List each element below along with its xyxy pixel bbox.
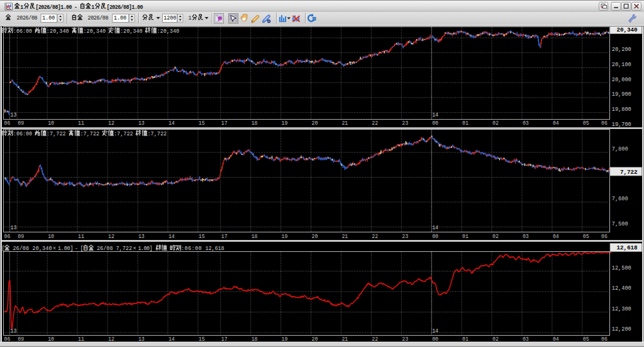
svg-text:23: 23 (402, 120, 408, 126)
svg-text:14: 14 (169, 120, 175, 126)
svg-text:26/08: 26/08 (13, 246, 30, 252)
svg-text:[2026/08]1.00: [2026/08]1.00 (107, 4, 143, 10)
svg-text:20: 20 (312, 120, 318, 126)
svg-text:17: 17 (221, 120, 228, 126)
svg-text:×: × (133, 246, 136, 252)
svg-text:1.00]: 1.00] (138, 246, 153, 252)
svg-text:12: 12 (108, 120, 114, 126)
svg-text:21: 21 (341, 120, 348, 126)
svg-text:19,700: 19,700 (612, 122, 631, 128)
svg-text:03: 03 (523, 234, 529, 239)
svg-text:17: 17 (221, 336, 228, 342)
svg-text::20,340: :20,340 (120, 28, 143, 35)
svg-text:01: 01 (462, 120, 469, 126)
svg-text:20: 20 (312, 336, 318, 342)
svg-text:09: 09 (18, 234, 24, 239)
svg-text::7,722: :7,722 (148, 131, 167, 137)
svg-text:20,000: 20,000 (612, 77, 631, 83)
svg-text:15: 15 (199, 120, 205, 126)
svg-text::06:00: :06:00 (181, 246, 202, 252)
svg-text:19,900: 19,900 (612, 91, 631, 98)
svg-text:02: 02 (492, 120, 499, 126)
svg-text:20: 20 (312, 234, 318, 239)
svg-text:7,500: 7,500 (612, 221, 628, 227)
svg-text:04: 04 (553, 234, 559, 239)
svg-text::20,340: :20,340 (47, 28, 69, 35)
svg-text:03: 03 (523, 120, 529, 126)
svg-text:19,800: 19,800 (612, 106, 631, 113)
svg-text::06:00: :06:00 (13, 131, 32, 137)
svg-text::7,722: :7,722 (47, 131, 66, 137)
svg-text:18: 18 (252, 120, 258, 126)
svg-text:1: 1 (91, 4, 94, 10)
svg-text:02: 02 (492, 234, 499, 239)
svg-text:1.00: 1.00 (114, 15, 126, 21)
svg-text:22: 22 (372, 120, 378, 126)
svg-text:05: 05 (583, 120, 589, 126)
svg-text:21: 21 (341, 234, 348, 239)
svg-text:12,400: 12,400 (612, 285, 631, 292)
svg-text:-: - (74, 4, 77, 10)
svg-text:[: [ (80, 246, 84, 252)
svg-text:1200: 1200 (164, 15, 176, 21)
svg-text:14: 14 (169, 234, 175, 239)
svg-text:12: 12 (108, 336, 114, 342)
svg-text:13: 13 (138, 234, 145, 239)
svg-text:19: 19 (282, 120, 288, 126)
svg-text:1.00: 1.00 (42, 15, 55, 21)
svg-text:06: 06 (601, 234, 608, 239)
svg-text:11: 11 (78, 120, 84, 126)
svg-text:05: 05 (583, 336, 589, 342)
svg-text:13: 13 (11, 112, 17, 118)
svg-text:23: 23 (402, 234, 408, 239)
svg-text:12,618: 12,618 (206, 246, 225, 252)
svg-text:01: 01 (462, 234, 469, 239)
svg-text:01: 01 (462, 336, 469, 342)
svg-text:26/08: 26/08 (97, 246, 113, 252)
svg-text:14: 14 (432, 328, 438, 334)
svg-text:12,618: 12,618 (616, 244, 638, 251)
svg-text:12,500: 12,500 (612, 265, 631, 271)
svg-text:1: 1 (189, 15, 192, 21)
svg-text:1: 1 (20, 4, 23, 10)
svg-text:2026/08: 2026/08 (88, 15, 109, 21)
svg-text:20,340: 20,340 (616, 26, 637, 33)
svg-text:22: 22 (372, 336, 378, 342)
svg-text:10: 10 (48, 234, 54, 239)
svg-text:[2026/08]1.00: [2026/08]1.00 (36, 4, 72, 10)
svg-text:05: 05 (583, 234, 589, 239)
svg-text:18: 18 (252, 234, 258, 239)
svg-text:2026/08: 2026/08 (17, 15, 38, 21)
svg-text:20,200: 20,200 (612, 47, 631, 53)
svg-text:20,340: 20,340 (33, 246, 52, 252)
svg-text::20,340: :20,340 (157, 28, 180, 35)
svg-text:7,600: 7,600 (612, 196, 628, 202)
svg-text:04: 04 (553, 336, 559, 342)
svg-text:00: 00 (432, 120, 438, 126)
svg-text:23: 23 (402, 336, 408, 342)
svg-text:12: 12 (108, 234, 114, 239)
svg-text:15: 15 (199, 234, 205, 239)
svg-text:11: 11 (78, 234, 84, 239)
svg-text:10: 10 (48, 120, 54, 126)
svg-text:12,200: 12,200 (612, 326, 631, 333)
svg-text:12,300: 12,300 (612, 306, 631, 312)
svg-text:×: × (53, 246, 56, 252)
svg-text:06: 06 (4, 234, 11, 239)
svg-text:14: 14 (169, 336, 175, 342)
svg-text:11: 11 (78, 336, 84, 342)
svg-text:10: 10 (48, 336, 54, 342)
svg-text:19: 19 (282, 336, 288, 342)
svg-text:06: 06 (601, 120, 608, 126)
svg-text:14: 14 (432, 112, 438, 118)
svg-text:00: 00 (432, 336, 438, 342)
svg-text:13: 13 (11, 328, 17, 334)
svg-text::06:00: :06:00 (13, 28, 32, 35)
svg-text:06: 06 (601, 336, 608, 342)
svg-text:15: 15 (199, 336, 205, 342)
svg-text:7,800: 7,800 (612, 146, 628, 152)
svg-text::20,340: :20,340 (84, 28, 106, 35)
svg-text:02: 02 (492, 336, 499, 342)
svg-text:21: 21 (341, 336, 348, 342)
svg-text:13: 13 (138, 336, 145, 342)
